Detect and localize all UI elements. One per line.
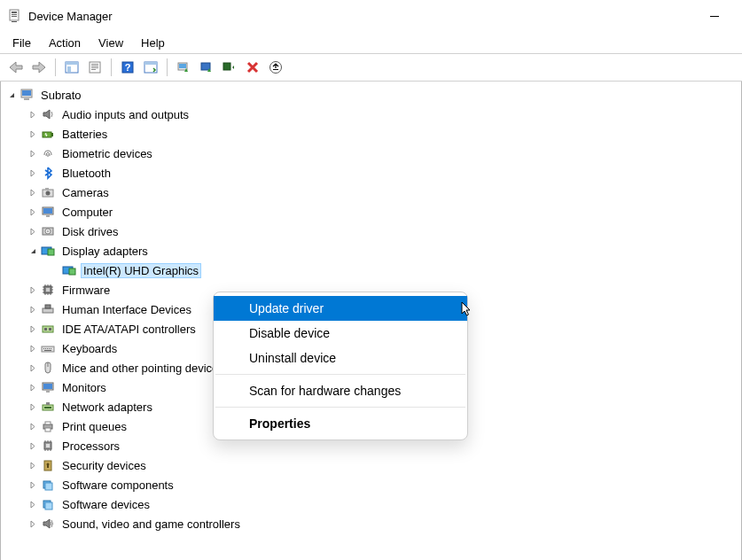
expand-arrow-icon[interactable] — [26, 302, 40, 316]
svg-rect-59 — [46, 391, 50, 393]
expand-arrow-icon[interactable] — [26, 205, 40, 219]
tree-root-node[interactable]: Subrato — [1, 85, 741, 105]
help-button[interactable]: ? — [117, 57, 138, 78]
fingerprint-icon — [40, 145, 56, 161]
expand-arrow-icon[interactable] — [26, 107, 40, 121]
expand-arrow-icon[interactable] — [26, 478, 40, 492]
expand-arrow-icon[interactable] — [26, 458, 40, 472]
svg-rect-53 — [49, 348, 50, 349]
expand-arrow-icon[interactable] — [26, 341, 40, 355]
expand-arrow-icon[interactable] — [26, 517, 40, 531]
tree-node-label: Processors — [59, 439, 122, 454]
ctx-update-driver[interactable]: Update driver — [214, 296, 467, 321]
tree-category-node[interactable]: Security devices — [1, 455, 741, 475]
tree-node-label: Subrato — [38, 88, 84, 103]
collapse-arrow-icon[interactable] — [26, 244, 40, 258]
tree-category-node[interactable]: Software components — [1, 475, 741, 494]
svg-rect-61 — [44, 407, 51, 408]
svg-rect-8 — [67, 66, 71, 72]
device-manager-icon — [7, 9, 21, 23]
enable-device-button[interactable] — [196, 57, 217, 78]
tree-category-node[interactable]: Bluetooth — [1, 163, 741, 183]
svg-rect-50 — [43, 348, 44, 349]
svg-rect-11 — [91, 66, 98, 66]
expand-arrow-icon[interactable] — [26, 146, 40, 160]
svg-rect-46 — [43, 326, 53, 332]
update-driver-toolbar-button[interactable] — [173, 57, 194, 78]
tree-node-label: Mice and other pointing devices — [59, 361, 227, 376]
ctx-scan-hardware[interactable]: Scan for hardware changes — [214, 378, 467, 403]
svg-rect-19 — [179, 64, 186, 68]
expand-arrow-icon[interactable] — [26, 497, 40, 511]
expand-arrow-icon[interactable] — [26, 185, 40, 199]
ctx-disable-device[interactable]: Disable device — [214, 321, 467, 346]
network-icon — [40, 399, 56, 415]
expand-arrow-icon[interactable] — [26, 419, 40, 433]
svg-rect-67 — [46, 444, 50, 447]
chip-icon — [40, 282, 56, 298]
svg-rect-51 — [45, 348, 46, 349]
svg-rect-10 — [91, 64, 98, 65]
forward-button[interactable] — [28, 57, 50, 78]
svg-rect-26 — [24, 98, 29, 100]
tree-category-node[interactable]: Display adapters — [1, 241, 741, 261]
toolbar: ? — [0, 53, 742, 82]
tree-node-label: Bluetooth — [59, 166, 113, 181]
svg-rect-23 — [273, 69, 278, 70]
collapse-arrow-icon[interactable] — [4, 88, 19, 102]
back-button[interactable] — [5, 57, 27, 78]
tree-node-label: Security devices — [59, 458, 149, 473]
svg-rect-25 — [22, 90, 31, 96]
expand-arrow-icon[interactable] — [26, 439, 40, 453]
add-legacy-hardware-button[interactable] — [265, 57, 286, 78]
svg-rect-33 — [43, 208, 52, 214]
scan-hardware-button[interactable] — [140, 57, 161, 78]
expand-arrow-icon[interactable] — [26, 380, 40, 394]
svg-rect-2 — [12, 14, 17, 15]
tree-category-node[interactable]: Batteries — [1, 124, 741, 144]
tree-node-label: Monitors — [59, 380, 109, 395]
svg-rect-47 — [44, 328, 47, 331]
svg-point-30 — [46, 191, 51, 196]
menu-view[interactable]: View — [90, 32, 132, 53]
monitor-icon — [40, 379, 56, 395]
tree-category-node[interactable]: Biometric devices — [1, 144, 741, 163]
expand-arrow-icon[interactable] — [26, 224, 40, 238]
tree-category-node[interactable]: Cameras — [1, 183, 741, 202]
tree-device-node[interactable]: Intel(R) UHD Graphics — [1, 261, 741, 280]
expand-arrow-icon[interactable] — [26, 166, 40, 180]
tree-category-node[interactable]: Software devices — [1, 494, 741, 514]
tree-category-node[interactable]: Audio inputs and outputs — [1, 105, 741, 124]
uninstall-device-button[interactable] — [242, 57, 263, 78]
menu-action[interactable]: Action — [40, 32, 90, 53]
hid-icon — [40, 301, 56, 317]
camera-icon — [40, 184, 56, 200]
svg-rect-65 — [45, 428, 51, 432]
properties-button[interactable] — [84, 57, 105, 78]
svg-rect-17 — [144, 62, 157, 65]
ctx-properties[interactable]: Properties — [214, 411, 467, 436]
disable-device-button[interactable] — [219, 57, 240, 78]
monitor-icon — [40, 204, 56, 220]
tree-node-label: Display adapters — [59, 244, 151, 259]
tree-node-label: Cameras — [59, 185, 112, 200]
tree-category-node[interactable]: Computer — [1, 202, 741, 222]
menu-file[interactable]: File — [4, 32, 40, 53]
expand-arrow-icon[interactable] — [26, 400, 40, 414]
expand-arrow-icon[interactable] — [26, 127, 40, 141]
svg-point-37 — [47, 230, 49, 232]
expand-arrow-icon[interactable] — [26, 322, 40, 336]
menu-help[interactable]: Help — [132, 32, 174, 53]
ctx-uninstall-device[interactable]: Uninstall device — [214, 346, 467, 370]
expand-arrow-icon[interactable] — [26, 361, 40, 375]
tree-category-node[interactable]: Sound, video and game controllers — [1, 514, 741, 533]
show-hide-tree-button[interactable] — [61, 57, 82, 78]
security-icon — [40, 457, 56, 473]
tree-category-node[interactable]: Disk drives — [1, 222, 741, 241]
svg-rect-4 — [12, 21, 17, 22]
expand-arrow-icon[interactable] — [26, 283, 40, 297]
software-icon — [40, 477, 56, 493]
svg-rect-52 — [47, 348, 48, 349]
minimize-button[interactable] — [694, 0, 735, 32]
svg-rect-34 — [46, 215, 50, 217]
